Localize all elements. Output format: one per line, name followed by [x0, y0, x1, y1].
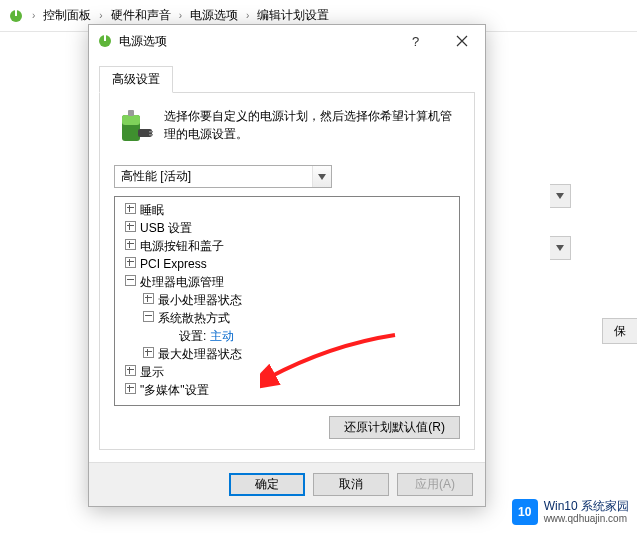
breadcrumb-item[interactable]: 电源选项 — [190, 7, 238, 24]
cancel-button[interactable]: 取消 — [313, 473, 389, 496]
chevron-right-icon: › — [242, 10, 253, 21]
expand-icon[interactable] — [125, 221, 136, 232]
expand-icon[interactable] — [125, 383, 136, 394]
intro-row: 选择你要自定义的电源计划，然后选择你希望计算机管理的电源设置。 — [114, 107, 460, 147]
tree-node-cooling[interactable]: 系统散热方式 — [117, 309, 457, 327]
power-options-dialog: 电源选项 ? 高级设置 选择你要自定义的电源计划，然后选择你希望计算机管理的电源… — [88, 24, 486, 507]
power-plan-combo-value: 高性能 [活动] — [115, 168, 312, 185]
tab-page: 选择你要自定义的电源计划，然后选择你希望计算机管理的电源设置。 高性能 [活动]… — [99, 93, 475, 450]
expand-icon[interactable] — [125, 239, 136, 250]
settings-tree[interactable]: 睡眠 USB 设置 电源按钮和盖子 PCI Express 处理器电源管理 最小… — [114, 196, 460, 406]
dialog-titlebar: 电源选项 ? — [89, 25, 485, 57]
expand-icon[interactable] — [125, 203, 136, 214]
tree-node-min-state[interactable]: 最小处理器状态 — [117, 291, 457, 309]
svg-rect-8 — [138, 129, 152, 137]
tree-node-power-button[interactable]: 电源按钮和盖子 — [117, 237, 457, 255]
dialog-buttons: 确定 取消 应用(A) — [89, 462, 485, 506]
tab-header: 高级设置 — [99, 65, 475, 93]
svg-text:?: ? — [412, 35, 419, 47]
power-plan-icon — [8, 8, 24, 24]
apply-button[interactable]: 应用(A) — [397, 473, 473, 496]
restore-defaults-button[interactable]: 还原计划默认值(R) — [329, 416, 460, 439]
expand-icon[interactable] — [125, 365, 136, 376]
tree-node-cpu-pm[interactable]: 处理器电源管理 — [117, 273, 457, 291]
collapse-icon[interactable] — [143, 311, 154, 322]
svg-rect-1 — [15, 10, 17, 16]
expand-icon[interactable] — [125, 257, 136, 268]
power-options-icon — [97, 33, 113, 49]
watermark-title: Win10 系统家园 — [544, 500, 629, 513]
tree-node-pci[interactable]: PCI Express — [117, 255, 457, 273]
chevron-right-icon: › — [95, 10, 106, 21]
watermark-logo-icon: 10 — [512, 499, 538, 525]
chevron-right-icon: › — [28, 10, 39, 21]
svg-rect-3 — [104, 35, 106, 41]
chevron-right-icon: › — [175, 10, 186, 21]
breadcrumb-item[interactable]: 硬件和声音 — [111, 7, 171, 24]
battery-plug-icon — [114, 107, 154, 147]
tree-node-usb[interactable]: USB 设置 — [117, 219, 457, 237]
tree-node-cooling-setting[interactable]: 设置: 主动 — [117, 327, 457, 345]
expand-icon[interactable] — [143, 293, 154, 304]
svg-rect-6 — [122, 115, 140, 125]
power-plan-combo[interactable]: 高性能 [活动] — [114, 165, 332, 188]
dialog-title: 电源选项 — [119, 33, 393, 50]
tree-node-max-state[interactable]: 最大处理器状态 — [117, 345, 457, 363]
tab-advanced-settings[interactable]: 高级设置 — [99, 66, 173, 93]
cooling-setting-value[interactable]: 主动 — [210, 329, 234, 343]
tree-node-multimedia[interactable]: "多媒体"设置 — [117, 381, 457, 399]
bg-dropdown-caret[interactable] — [550, 236, 571, 260]
watermark-url: www.qdhuajin.com — [544, 513, 629, 524]
watermark: 10 Win10 系统家园 www.qdhuajin.com — [512, 499, 629, 525]
ok-button[interactable]: 确定 — [229, 473, 305, 496]
svg-rect-10 — [149, 134, 153, 136]
intro-text: 选择你要自定义的电源计划，然后选择你希望计算机管理的电源设置。 — [164, 107, 460, 147]
breadcrumb-item[interactable]: 控制面板 — [43, 7, 91, 24]
collapse-icon[interactable] — [125, 275, 136, 286]
tree-node-display[interactable]: 显示 — [117, 363, 457, 381]
svg-rect-7 — [128, 110, 134, 116]
breadcrumb-item[interactable]: 编辑计划设置 — [257, 7, 329, 24]
svg-rect-9 — [149, 131, 153, 133]
bg-save-button[interactable]: 保 — [602, 318, 637, 344]
help-button[interactable]: ? — [393, 26, 439, 56]
chevron-down-icon — [312, 166, 331, 187]
tree-node-sleep[interactable]: 睡眠 — [117, 201, 457, 219]
bg-dropdown-caret[interactable] — [550, 184, 571, 208]
close-button[interactable] — [439, 26, 485, 56]
expand-icon[interactable] — [143, 347, 154, 358]
